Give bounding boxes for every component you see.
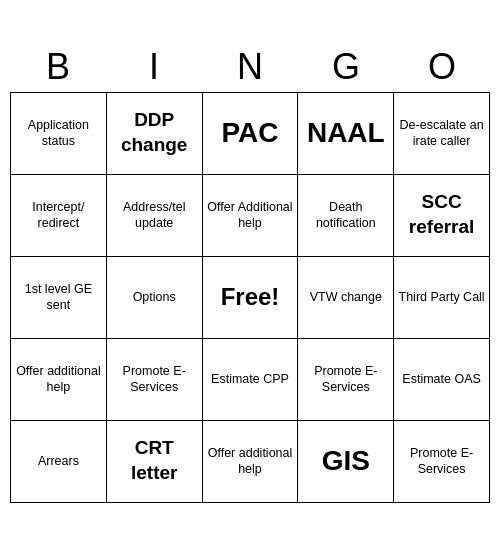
cell-r2-c0: 1st level GE sent [11,256,107,338]
cell-r3-c4: Estimate OAS [394,338,490,420]
header-n: N [202,42,298,92]
header-g: G [298,42,394,92]
header-o: O [394,42,490,92]
cell-r0-c4: De-escalate an irate caller [394,92,490,174]
cell-r3-c1: Promote E-Services [106,338,202,420]
cell-r2-c4: Third Party Call [394,256,490,338]
cell-r4-c0: Arrears [11,420,107,502]
bingo-card: B I N G O Application statusDDP changePA… [10,42,490,503]
cell-r4-c3: GIS [298,420,394,502]
cell-r3-c2: Estimate CPP [202,338,298,420]
cell-r1-c3: Death notification [298,174,394,256]
cell-r4-c2: Offer additional help [202,420,298,502]
header-b: B [10,42,106,92]
header-i: I [106,42,202,92]
cell-r0-c2: PAC [202,92,298,174]
cell-r2-c3: VTW change [298,256,394,338]
cell-r0-c0: Application status [11,92,107,174]
cell-r0-c1: DDP change [106,92,202,174]
cell-r1-c0: Intercept/ redirect [11,174,107,256]
cell-r1-c1: Address/tel update [106,174,202,256]
cell-r1-c2: Offer Additional help [202,174,298,256]
bingo-grid: Application statusDDP changePACNAALDe-es… [10,92,490,503]
cell-r2-c1: Options [106,256,202,338]
cell-r1-c4: SCC referral [394,174,490,256]
bingo-header: B I N G O [10,42,490,92]
cell-r0-c3: NAAL [298,92,394,174]
cell-r2-c2: Free! [202,256,298,338]
cell-r4-c4: Promote E-Services [394,420,490,502]
cell-r4-c1: CRT letter [106,420,202,502]
cell-r3-c0: Offer additional help [11,338,107,420]
cell-r3-c3: Promote E-Services [298,338,394,420]
